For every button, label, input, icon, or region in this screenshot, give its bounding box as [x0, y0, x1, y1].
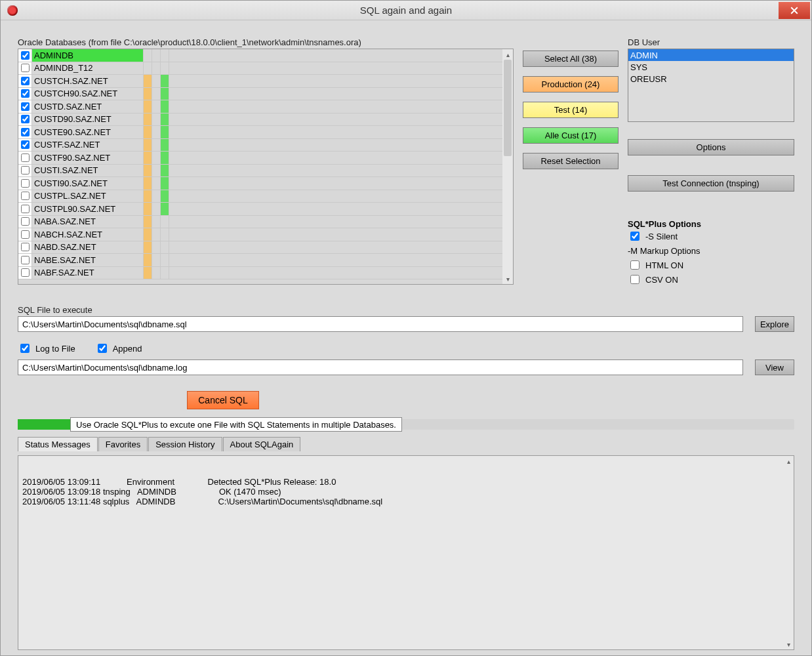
dbuser-item[interactable]: SYS: [628, 61, 794, 73]
database-row[interactable]: CUSTE90.SAZ.NET: [18, 126, 502, 139]
append-checkbox[interactable]: [98, 344, 107, 353]
html-on-checkbox[interactable]: [630, 260, 639, 270]
database-checkbox[interactable]: [21, 102, 30, 111]
cancel-sql-button[interactable]: Cancel SQL: [187, 391, 259, 409]
database-checkbox[interactable]: [21, 268, 30, 277]
database-name: CUSTPL.SAZ.NET: [32, 190, 144, 203]
database-checkbox[interactable]: [21, 77, 30, 85]
database-tag-3: [161, 62, 169, 75]
sqlfile-input[interactable]: [18, 316, 743, 332]
test-button[interactable]: Test (14): [523, 102, 619, 118]
database-tag-2: [152, 216, 161, 228]
database-tag-1: [144, 113, 152, 126]
production-button[interactable]: Production (24): [523, 76, 619, 92]
log-line: 2019/06/05 13:09:18 tnsping ADMINDB OK (…: [22, 487, 790, 497]
database-checkbox[interactable]: [21, 256, 30, 264]
dbuser-item[interactable]: ADMIN: [628, 49, 794, 61]
alle-cust-button[interactable]: Alle Cust (17): [523, 127, 619, 144]
database-tag-2: [152, 75, 161, 87]
database-tag-3: [161, 126, 169, 138]
database-tag-2: [152, 100, 161, 113]
database-tag-1: [144, 88, 152, 100]
database-checkbox[interactable]: [21, 166, 30, 174]
database-checkbox[interactable]: [21, 154, 30, 162]
database-name: NABD.SAZ.NET: [32, 241, 144, 254]
database-row[interactable]: NABCH.SAZ.NET: [18, 228, 502, 241]
database-checkbox[interactable]: [21, 179, 30, 188]
dbuser-list[interactable]: ADMINSYSOREUSR: [628, 49, 794, 122]
database-name: CUSTD.SAZ.NET: [32, 100, 144, 113]
database-row[interactable]: NABF.SAZ.NET: [18, 267, 502, 280]
database-tag-1: [144, 62, 152, 75]
database-tag-1: [144, 228, 152, 241]
database-checkbox[interactable]: [21, 89, 30, 98]
database-row[interactable]: CUSTF.SAZ.NET: [18, 139, 502, 152]
database-row[interactable]: CUSTI90.SAZ.NET: [18, 177, 502, 190]
scroll-down-icon[interactable]: ▾: [783, 639, 794, 649]
database-row[interactable]: ADMINDB_T12: [18, 62, 502, 75]
database-row[interactable]: NABA.SAZ.NET: [18, 216, 502, 229]
silent-label: -S Silent: [645, 232, 678, 241]
databases-grid[interactable]: ADMINDBADMINDB_T12CUSTCH.SAZ.NETCUSTCH90…: [18, 49, 514, 285]
database-tag-2: [152, 254, 161, 266]
database-checkbox[interactable]: [21, 128, 30, 136]
tab-session-history[interactable]: Session History: [148, 437, 222, 451]
scroll-down-icon[interactable]: ▾: [502, 274, 513, 284]
database-tag-1: [144, 177, 152, 190]
silent-checkbox[interactable]: [630, 232, 639, 241]
database-tag-3: [161, 177, 169, 190]
database-row[interactable]: CUSTF90.SAZ.NET: [18, 152, 502, 165]
database-tag-1: [144, 75, 152, 87]
database-tag-2: [152, 113, 161, 126]
scroll-up-icon[interactable]: ▴: [502, 49, 513, 60]
database-row[interactable]: ADMINDB: [18, 49, 502, 62]
database-row[interactable]: CUSTCH.SAZ.NET: [18, 75, 502, 88]
database-tag-3: [161, 75, 169, 87]
database-checkbox[interactable]: [21, 192, 30, 200]
scroll-thumb[interactable]: [504, 60, 512, 156]
tab-status-messages[interactable]: Status Messages: [18, 437, 98, 451]
reset-selection-button[interactable]: Reset Selection: [523, 153, 619, 169]
database-checkbox[interactable]: [21, 217, 30, 226]
dbuser-item[interactable]: OREUSR: [628, 73, 794, 85]
database-tag-2: [152, 177, 161, 190]
database-checkbox[interactable]: [21, 140, 30, 149]
test-connection-button[interactable]: Test Connection (tnsping): [628, 175, 794, 192]
database-row[interactable]: CUSTI.SAZ.NET: [18, 165, 502, 178]
log-scrollbar[interactable]: ▴ ▾: [783, 456, 794, 649]
database-tag-1: [144, 152, 152, 164]
database-row[interactable]: CUSTD.SAZ.NET: [18, 100, 502, 113]
database-row[interactable]: CUSTD90.SAZ.NET: [18, 113, 502, 127]
database-name: NABE.SAZ.NET: [32, 254, 144, 266]
log-to-file-label: Log to File: [35, 344, 75, 354]
database-name: CUSTCH90.SAZ.NET: [32, 88, 144, 100]
scroll-up-icon[interactable]: ▴: [783, 456, 794, 466]
options-button[interactable]: Options: [628, 139, 794, 155]
view-button[interactable]: View: [755, 359, 794, 375]
database-tag-3: [161, 113, 169, 126]
database-checkbox[interactable]: [21, 64, 30, 72]
database-checkbox[interactable]: [21, 205, 30, 213]
tab-favorites[interactable]: Favorites: [98, 437, 148, 451]
database-checkbox[interactable]: [21, 243, 30, 251]
tab-about-sqlagain[interactable]: About SQLAgain: [223, 437, 301, 451]
explore-button[interactable]: Explore: [755, 316, 794, 332]
database-checkbox[interactable]: [21, 51, 30, 60]
databases-label: Oracle Databases (from file C:\oracle\pr…: [18, 37, 514, 47]
database-name: NABCH.SAZ.NET: [32, 228, 144, 241]
database-name: ADMINDB_T12: [32, 62, 144, 75]
database-tag-1: [144, 139, 152, 152]
database-tag-2: [152, 62, 161, 75]
database-row[interactable]: NABE.SAZ.NET: [18, 254, 502, 267]
databases-scrollbar[interactable]: ▴ ▾: [502, 49, 513, 284]
database-checkbox[interactable]: [21, 230, 30, 239]
database-checkbox[interactable]: [21, 115, 30, 123]
log-to-file-checkbox[interactable]: [20, 344, 30, 353]
logfile-input[interactable]: [18, 359, 743, 375]
database-row[interactable]: CUSTPL90.SAZ.NET: [18, 203, 502, 216]
database-row[interactable]: CUSTCH90.SAZ.NET: [18, 88, 502, 101]
database-row[interactable]: NABD.SAZ.NET: [18, 241, 502, 255]
select-all-button[interactable]: Select All (38): [523, 51, 619, 67]
database-row[interactable]: CUSTPL.SAZ.NET: [18, 190, 502, 203]
csv-on-checkbox[interactable]: [630, 275, 639, 284]
